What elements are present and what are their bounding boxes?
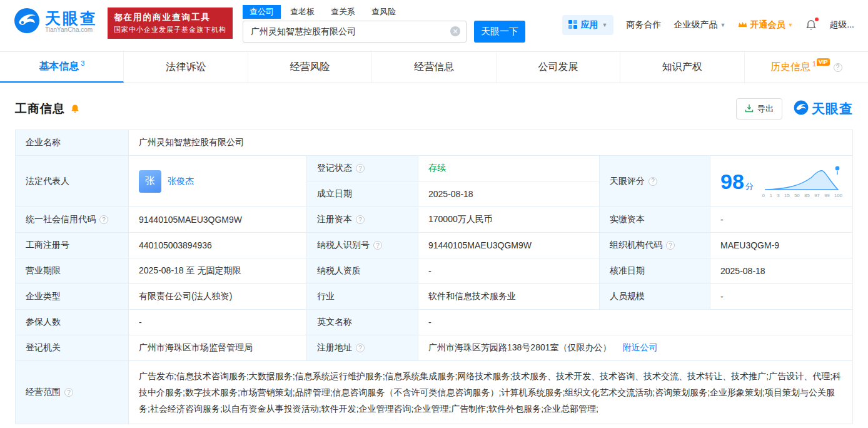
value-approval-date: 2025-08-18 — [710, 258, 853, 284]
help-icon[interactable]: ? — [834, 63, 842, 72]
table-row: 法定代表人 张 张俊杰 登记状态? 存续 天眼评分? 98分 — [16, 156, 853, 181]
tab-operating-info[interactable]: 经营信息 — [372, 52, 496, 83]
help-icon[interactable]: ? — [356, 164, 365, 173]
label-credit-code: 统一社会信用代码? — [16, 207, 129, 233]
value-company-type: 有限责任公司(法人独资) — [129, 284, 307, 310]
chevron-down-icon: ▼ — [602, 22, 608, 28]
export-button[interactable]: 导出 — [736, 98, 782, 120]
search-tab-boss[interactable]: 查老板 — [283, 5, 321, 19]
tab-label: 法律诉讼 — [166, 61, 206, 74]
search-input[interactable] — [243, 21, 467, 43]
tab-label: 基本信息 — [39, 60, 79, 73]
label-establishment-date: 成立日期 — [307, 181, 418, 207]
brand-logo-icon — [794, 100, 809, 118]
status-badge: 存续 — [428, 163, 446, 173]
label-industry: 行业 — [307, 284, 418, 310]
table-row: 登记机关 广州市海珠区市场监督管理局 注册地址? 广州市海珠区芳园路138号28… — [16, 335, 853, 361]
help-icon[interactable]: ? — [356, 215, 365, 224]
nav-open-vip[interactable]: 开通会员 ▼ — [738, 19, 793, 31]
value-taxpayer-quality: - — [418, 258, 600, 284]
logo-title: 天眼查 — [45, 10, 98, 26]
nearby-companies-link[interactable]: 附近公司 — [622, 342, 657, 352]
help-icon[interactable]: ? — [373, 241, 382, 250]
tab-basic-info[interactable]: 基本信息 3 — [0, 52, 124, 83]
value-registration-number: 440105003894936 — [129, 233, 307, 258]
value-registration-status: 存续 — [418, 156, 600, 181]
top-header: 天眼查 TianYanCha.com 都在用的商业查询工具 国家中小企业发展子基… — [0, 0, 868, 49]
value-establishment-date: 2025-08-18 — [418, 181, 600, 207]
label-english-name: 英文名称 — [307, 310, 418, 335]
brand-label: 天眼查 — [812, 100, 853, 118]
user-account[interactable]: 超级... — [829, 19, 854, 31]
label-tianyan-score: 天眼评分? — [600, 156, 710, 207]
label-company-name: 企业名称 — [16, 130, 129, 156]
enterprise-label: 企业级产品 — [674, 19, 717, 31]
subscribe-bell-icon[interactable] — [70, 104, 80, 114]
section-tabbar: 基本信息 3 法律诉讼 经营风险 经营信息 公司发展 知识产权 历史信息 1 V… — [0, 51, 868, 83]
label-business-scope: 经营范围? — [16, 361, 129, 424]
value-business-scope: 广告发布;信息技术咨询服务;大数据服务;信息系统运行维护服务;信息系统集成服务;… — [129, 361, 853, 424]
label-taxpayer-id: 纳税人识别号? — [307, 233, 418, 258]
help-icon[interactable]: ? — [648, 177, 657, 186]
notification-dot — [815, 18, 819, 21]
score-axis: 0131550859799100 — [762, 193, 842, 198]
section-title: 工商信息 — [15, 101, 65, 117]
chevron-down-icon: ▼ — [720, 22, 725, 28]
help-icon[interactable]: ? — [666, 241, 675, 250]
tab-count: 3 — [81, 59, 84, 67]
tab-label: 公司发展 — [538, 61, 578, 74]
nav-business-cooperation[interactable]: 商务合作 — [626, 19, 661, 31]
value-registered-capital: 170000万人民币 — [418, 207, 600, 233]
label-company-type: 企业类型 — [16, 284, 129, 310]
help-icon[interactable]: ? — [356, 344, 365, 352]
value-insured-count: - — [129, 310, 307, 335]
value-paid-capital: - — [710, 207, 853, 233]
value-taxpayer-id: 91440105MAEU3QGM9W — [418, 233, 600, 258]
help-icon[interactable]: ? — [64, 388, 73, 397]
tab-label: 经营信息 — [414, 61, 454, 74]
label-registration-status: 登记状态? — [307, 156, 418, 181]
help-icon[interactable]: ? — [99, 215, 108, 224]
value-registration-authority: 广州市海珠区市场监督管理局 — [129, 335, 307, 361]
nav-enterprise-products[interactable]: 企业级产品 ▼ — [674, 19, 725, 31]
tab-legal-litigation[interactable]: 法律诉讼 — [124, 52, 248, 83]
label-staff-size: 人员规模 — [600, 284, 710, 310]
table-row: 营业期限 2025-08-18 至 无固定期限 纳税人资质 - 核准日期 202… — [16, 258, 853, 284]
tab-count: 1 — [812, 60, 816, 68]
label-registration-authority: 登记机关 — [16, 335, 129, 361]
apps-menu[interactable]: 应用 ▼ — [562, 15, 614, 35]
label-insured-count: 参保人数 — [16, 310, 129, 335]
crown-icon — [738, 20, 747, 30]
tianyancha-logo[interactable]: 天眼查 TianYanCha.com — [14, 8, 98, 36]
avatar[interactable]: 张 — [139, 170, 161, 193]
value-company-name: 广州灵知智慧控股有限公司 — [129, 130, 853, 156]
value-organization-code: MAEU3QGM-9 — [710, 233, 853, 258]
brand-watermark[interactable]: 天眼查 — [794, 100, 853, 118]
value-tianyan-score: 98分 0131550859799100 — [710, 156, 853, 207]
label-organization-code: 组织机构代码? — [600, 233, 710, 258]
search-tab-relation[interactable]: 查关系 — [324, 5, 362, 19]
tab-history-info[interactable]: 历史信息 1 VIP ? — [745, 52, 868, 83]
value-industry: 软件和信息技术服务业 — [418, 284, 600, 310]
tab-label: 历史信息 — [770, 61, 810, 74]
label-registered-capital: 注册资本? — [307, 207, 418, 233]
search-tab-company[interactable]: 查公司 — [243, 5, 281, 19]
clear-search-icon[interactable]: ✕ — [450, 26, 460, 36]
label-paid-capital: 实缴资本 — [600, 207, 710, 233]
chevron-down-icon: ▼ — [787, 22, 793, 28]
search-button[interactable]: 天眼一下 — [474, 21, 525, 43]
label-registration-number: 工商注册号 — [16, 233, 129, 258]
search-type-tabs: 查公司 查老板 查关系 查风险 — [243, 5, 525, 19]
table-row: 经营范围? 广告发布;信息技术咨询服务;大数据服务;信息系统运行维护服务;信息系… — [16, 361, 853, 424]
table-row: 企业类型 有限责任公司(法人独资) 行业 软件和信息技术服务业 人员规模 - — [16, 284, 853, 310]
search-box: ✕ — [243, 21, 467, 43]
score-curve-chart: 0131550859799100 — [762, 165, 842, 198]
tab-operating-risk[interactable]: 经营风险 — [248, 52, 372, 83]
tab-company-development[interactable]: 公司发展 — [497, 52, 620, 83]
tab-label: 经营风险 — [290, 61, 330, 74]
score-number: 98分 — [720, 171, 754, 192]
legal-representative-link[interactable]: 张俊杰 — [168, 176, 194, 187]
tab-intellectual-property[interactable]: 知识产权 — [620, 52, 744, 83]
search-tab-risk[interactable]: 查风险 — [365, 5, 403, 19]
notification-bell-icon[interactable] — [805, 19, 817, 31]
